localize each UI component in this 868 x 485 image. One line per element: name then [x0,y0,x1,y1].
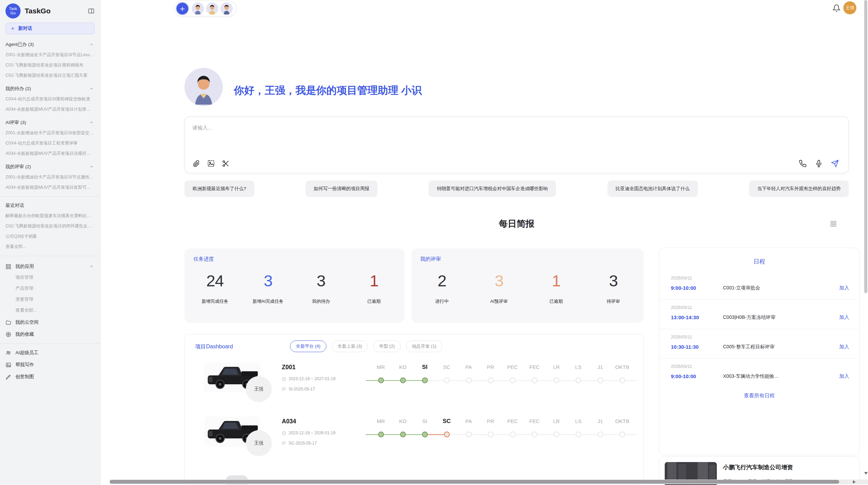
team-members-pill: ＋ [174,1,237,16]
dashboard-tab[interactable]: 全新上装 (3) [332,340,368,352]
milestone: PEC [502,363,523,383]
image-icon [5,362,11,368]
schedule-date: 2025/03/11 [671,364,849,369]
stat-label: 进行中 [426,298,457,304]
image-upload-icon[interactable] [207,160,215,167]
microphone-icon[interactable] [815,160,823,167]
sidebar-task-item[interactable]: C0X4-动力总成开发项目SI里程碑提交物检查 [5,96,95,102]
project-date-range: 2023-12-19 ~ 2026-01-19 [289,431,335,435]
sidebar-header: Task Go TaskGo [5,3,95,18]
chat-input[interactable] [192,121,742,134]
sidebar-task-item[interactable]: Z001-全新燃油轻卡产品开发项目SI节点属性5D文件评审 [5,174,95,180]
sidebar-task-item[interactable]: Z001-全新燃油皮卡产品开发项目SI节点Lesson Learn报告 [5,52,95,58]
milestone-label: SI [414,363,436,371]
milestone-dot [400,432,406,437]
milestone: SC [436,417,458,437]
sidebar-item-创意制图[interactable]: 创意制图 [5,374,95,380]
project-row[interactable]: 王强Z0012023-12-19 ~ 2027-01-19SI-2025-05-… [185,358,643,412]
sidebar-item-AI超级员工[interactable]: AI超级员工 [5,350,95,356]
suggestion-chip[interactable]: 如何写一份清晰的项目周报 [305,181,377,197]
project-owner-badge: 王强 [246,430,272,456]
recent-chat-item[interactable]: 公司Q3轻卡销量 [5,234,95,239]
member-avatar[interactable] [220,2,233,15]
sidebar-task-item[interactable]: C02-飞腾新能源轻客改款项目立项汇报方案 [5,73,95,78]
sidebar-section-header[interactable]: 我的待办 (2) [5,86,95,92]
join-link[interactable]: 加入 [839,285,849,291]
sidebar-section-header[interactable]: 我的评审 (2) [5,164,95,170]
vertical-scrollbar-thumb[interactable] [864,0,867,293]
input-attachments [192,160,230,167]
add-member-button[interactable]: ＋ [176,2,189,15]
sidebar-item-我的收藏[interactable]: 我的收藏 [5,331,95,337]
clock-icon [282,431,286,435]
milestone-label: OKTB [611,417,633,425]
user-avatar[interactable]: 王强 [843,1,856,14]
stat-card-title: 我的评审 [420,256,635,262]
view-all-schedule-link[interactable]: 查看所有日程 [659,393,859,399]
scroll-down-arrow-icon[interactable] [864,472,868,475]
send-icon[interactable] [831,160,839,167]
milestone: PEC [502,417,523,437]
scroll-right-arrow-icon[interactable] [853,480,856,484]
my-apps-header[interactable]: 我的应用 [5,263,95,270]
milestone-label: J1 [589,363,611,371]
app-window: Task Go TaskGo ＋ 新对话 Agent已办 (3)Z001-全新燃… [0,0,868,485]
daily-briefing-title: 每日简报 [184,218,849,230]
people-icon [5,350,11,356]
sidebar-task-item[interactable]: Z001-全新燃油轻卡产品开发项目SI造型提交物评审 [5,130,95,136]
app-item[interactable]: 变更管理 [15,296,95,302]
schedule-name: C003|H0B-方案冻结评审 [723,314,839,321]
schedule-time: 9:00-10:00 [671,373,723,379]
sidebar-item-帮我写作[interactable]: 帮我写作 [5,362,95,368]
recent-chat-item[interactable]: C02-飞腾新能源轻客改款项目的闭环通告反馈情况 [5,223,95,229]
sidebar-task-item[interactable]: A034-全新新能源MUV产品开发项目造型可行性评审 [5,185,95,190]
member-avatar[interactable] [206,2,218,15]
dashboard-tab[interactable]: 全新平台 (4) [290,340,326,352]
section-title: 我的评审 (2) [5,164,31,170]
paperclip-icon[interactable] [192,160,200,167]
collapse-sidebar-icon[interactable] [88,8,95,14]
schedule-list: 2025/03/119:00-10:00C001-立项审批会加入2025/03/… [659,270,859,388]
new-chat-button[interactable]: ＋ 新对话 [5,23,95,34]
project-code: A034 [282,418,335,425]
briefing-layout-icon[interactable] [830,220,837,227]
dashboard-tab[interactable]: 年型 (2) [373,340,401,352]
join-link[interactable]: 加入 [839,344,849,350]
suggestion-chip[interactable]: 特朗普可能对进口汽车增税会对中国车企造成哪些影响 [429,181,556,197]
app-item[interactable]: 产品管理 [15,285,95,291]
app-item[interactable]: 项目管理 [15,274,95,281]
sidebar-task-item[interactable]: A034-全新新能源MUV产品开发项目计划变更类编写 [5,107,95,112]
join-link[interactable]: 加入 [839,373,849,380]
sidebar-task-item[interactable]: A034-全新新能源MUV产品开发项目法规符合性评审 [5,151,95,157]
dashboard-tab[interactable]: 动总开发 (1) [406,340,443,352]
project-date-range: 2023-12-19 ~ 2027-01-19 [289,376,335,381]
milestone-dot [466,377,472,383]
join-link[interactable]: 加入 [839,314,849,321]
horizontal-scrollbar-thumb[interactable] [110,480,839,484]
suggestion-chip[interactable]: 比亚迪全固态电池计划具体说了什么 [607,181,698,197]
schedule-name: C001-立项审批会 [723,285,839,291]
sidebar-task-item[interactable]: C0X4-动力总成开发项目工程变更评审 [5,140,95,146]
sidebar-item-我的云空间[interactable]: 我的云空间 [5,319,95,325]
recent-chat-item[interactable]: 解释最新出台的欧盟报废车法规再生塑料比例被调至15%... [5,213,95,219]
member-avatar[interactable] [192,2,204,15]
sidebar-section-header[interactable]: AI评审 (3) [5,120,95,126]
sidebar-task-item[interactable]: C02-飞腾新能源轻客改款项目里程碑画布 [5,62,95,68]
recent-chat-item[interactable]: 查看全部... [5,244,95,250]
milestone: OKTB [611,417,633,437]
notification-bell-icon[interactable] [832,4,841,12]
milestone-dot [444,432,450,437]
project-row[interactable]: 王强A0342023-12-19 ~ 2026-01-19SC-2025-05-… [185,412,643,467]
app-item[interactable]: 查看全部... [15,307,95,313]
sidebar-section-header[interactable]: Agent已办 (3) [5,41,95,48]
recent-chats-title: 最近对话 [5,202,95,209]
sidebar-item-label: 帮我写作 [15,362,34,368]
scissors-icon[interactable] [222,160,230,167]
schedule-item-row: 9:00-10:00X003-车辆动力学性能验...加入 [671,373,849,380]
star-icon [5,332,11,337]
suggestion-chip[interactable]: 欧洲新规最近颁布了什么? [184,181,254,197]
suggestion-chip[interactable]: 当下年轻人对汽车外观有怎样的喜好趋势 [749,181,849,197]
phone-call-icon[interactable] [799,160,807,167]
chevron-up-icon [89,264,94,269]
news-title: 小鹏飞行汽车制造公司增资 [723,463,807,471]
